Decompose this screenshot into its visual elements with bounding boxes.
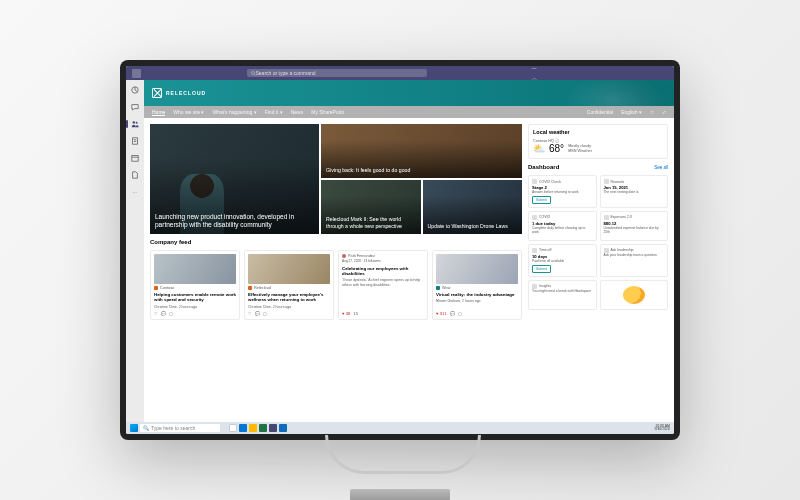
task-view-icon[interactable] bbox=[229, 424, 237, 432]
feed-card[interactable]: Relecloud Effectively manage your employ… bbox=[244, 250, 334, 320]
yammer-icon[interactable] bbox=[279, 424, 287, 432]
dash-card-expenses[interactable]: Expenses 2.0 $80.12 Unsubmitted expense … bbox=[600, 211, 669, 241]
company-feed: Contoso Helping customers enable remote … bbox=[150, 250, 522, 320]
feed-thumb bbox=[436, 254, 518, 284]
logo-icon bbox=[152, 88, 162, 98]
hero-t3-title: Relecloud Mark II: See the world through… bbox=[326, 216, 415, 229]
rail-chat[interactable] bbox=[129, 101, 141, 113]
svg-point-4 bbox=[136, 122, 138, 124]
start-button[interactable] bbox=[130, 424, 138, 432]
hero-grid: Launching new product innovation, develo… bbox=[150, 124, 522, 234]
site-header: RELECLOUD bbox=[144, 80, 674, 106]
clock-date: 9/30/2020 bbox=[654, 428, 670, 432]
expand-icon[interactable]: ⤢ bbox=[662, 109, 666, 115]
hero-tile-3[interactable]: Relecloud Mark II: See the world through… bbox=[321, 180, 420, 234]
weather-panel: Local weather Contoso HQ ⓘ ⛅ 68° Mostly … bbox=[528, 124, 668, 159]
dash-card-timeoff[interactable]: Time off 10 days Paid time off available… bbox=[528, 244, 597, 277]
feed-thumb bbox=[154, 254, 236, 284]
like-count[interactable]: ♥ 311 bbox=[436, 311, 447, 316]
dash-cap: Insights bbox=[539, 284, 551, 288]
hero-tile-main[interactable]: Launching new product innovation, develo… bbox=[150, 124, 319, 234]
feed-byline: Christine Cline, 2 hours ago bbox=[248, 305, 330, 309]
comment-icon[interactable]: 💬 bbox=[450, 311, 455, 316]
edge-icon[interactable] bbox=[239, 424, 247, 432]
nav-language[interactable]: English ▾ bbox=[621, 109, 642, 115]
dash-body: Paid time off available bbox=[532, 260, 593, 264]
comment-icon[interactable]: 💬 bbox=[255, 311, 260, 316]
weather-icon: ⛅ bbox=[533, 143, 545, 154]
hero-t2-title: Giving back: It feels good to do good bbox=[326, 167, 410, 174]
dash-submit-button[interactable]: Submit bbox=[532, 265, 551, 273]
feed-author: Patti Fernandez bbox=[348, 254, 375, 258]
teams-icon[interactable] bbox=[269, 424, 277, 432]
rail-activity[interactable] bbox=[129, 84, 141, 96]
feed-card[interactable]: Contoso Helping customers enable remote … bbox=[150, 250, 240, 320]
svg-rect-8 bbox=[132, 156, 138, 162]
app-icon bbox=[132, 69, 141, 78]
rail-calendar[interactable] bbox=[129, 152, 141, 164]
dash-card-daily[interactable]: COVID 1 due today Complete daily before … bbox=[528, 211, 597, 241]
dash-card-rewards[interactable]: Rewards Jan 15, 2021 The next vesting da… bbox=[600, 175, 669, 208]
weather-temp: 68° bbox=[549, 143, 564, 154]
bookmark-icon[interactable]: ▢ bbox=[169, 311, 173, 316]
search-placeholder: Search or type a command bbox=[256, 70, 316, 76]
feed-card-title: Helping customers enable remote work wit… bbox=[154, 292, 236, 303]
feed-card[interactable]: Wow Virtual reality: the industry advant… bbox=[432, 250, 522, 320]
rail-assignments[interactable] bbox=[129, 135, 141, 147]
like-icon[interactable]: ♡ bbox=[154, 311, 158, 316]
site-logo[interactable]: RELECLOUD bbox=[152, 88, 206, 98]
window-minimize[interactable]: — bbox=[528, 66, 540, 72]
device-stand bbox=[290, 435, 510, 495]
comment-icon[interactable]: 💬 bbox=[161, 311, 166, 316]
share-icon[interactable]: ☆ bbox=[650, 109, 654, 115]
feed-site: Wow bbox=[442, 286, 450, 290]
nav-news[interactable]: News bbox=[291, 109, 304, 115]
dash-body: You might need a break with Headspace bbox=[532, 290, 593, 294]
explorer-icon[interactable] bbox=[249, 424, 257, 432]
nav-sharepoint[interactable]: My SharePoint bbox=[311, 109, 344, 115]
headspace-icon bbox=[623, 286, 645, 304]
command-search[interactable]: Search or type a command bbox=[247, 69, 427, 77]
dashboard-see-all[interactable]: See all bbox=[654, 165, 668, 170]
dash-body: Ask your leadership team a question bbox=[604, 254, 665, 258]
feed-site: Relecloud bbox=[254, 286, 271, 290]
like-icon[interactable]: ♡ bbox=[248, 311, 252, 316]
feed-title: Company feed bbox=[150, 239, 191, 245]
nav-who[interactable]: Who we are ▾ bbox=[173, 109, 204, 115]
svg-point-0 bbox=[251, 71, 254, 74]
bookmark-icon[interactable]: ▢ bbox=[263, 311, 267, 316]
windows-taskbar: 🔍 Type here to search 10:00 AM 9/30/2020 bbox=[126, 422, 674, 434]
feed-date: Aug 27, 2020 · 13 followers bbox=[342, 260, 424, 264]
dash-card-leadership[interactable]: Ask leadership Ask your leadership team … bbox=[600, 244, 669, 277]
rail-more[interactable]: ··· bbox=[129, 186, 141, 198]
app-rail: ··· bbox=[126, 80, 144, 422]
comment-count[interactable]: 15 bbox=[353, 311, 358, 316]
dash-card-headspace[interactable] bbox=[600, 280, 669, 310]
nav-home[interactable]: Home bbox=[152, 109, 165, 116]
hero-tile-4[interactable]: Update to Washington Drone Laws bbox=[423, 180, 522, 234]
dash-cap: Time off bbox=[539, 248, 551, 252]
dash-card-covid[interactable]: COVID Check Stage 2 Answer before return… bbox=[528, 175, 597, 208]
feed-card[interactable]: Patti Fernandez Aug 27, 2020 · 13 follow… bbox=[338, 250, 428, 320]
rail-files[interactable] bbox=[129, 169, 141, 181]
feed-card-title: Celebrating our employees with disabilit… bbox=[342, 266, 424, 277]
bookmark-icon[interactable]: ▢ bbox=[458, 311, 462, 316]
excel-icon[interactable] bbox=[259, 424, 267, 432]
screen: Search or type a command — ▢ ✕ ··· bbox=[126, 66, 674, 434]
dashboard-title: Dashboard bbox=[528, 164, 559, 170]
site-nav: Home Who we are ▾ What's happening ▾ Fin… bbox=[144, 106, 674, 118]
hero-tile-2[interactable]: Giving back: It feels good to do good bbox=[321, 124, 522, 178]
rail-teams[interactable] bbox=[129, 118, 141, 130]
nav-happening[interactable]: What's happening ▾ bbox=[212, 109, 256, 115]
taskbar-search[interactable]: 🔍 Type here to search bbox=[140, 424, 220, 432]
nav-find[interactable]: Find it ▾ bbox=[265, 109, 283, 115]
dash-cap: Rewards bbox=[611, 180, 625, 184]
dash-submit-button[interactable]: Submit bbox=[532, 196, 551, 204]
svg-point-3 bbox=[133, 121, 135, 123]
system-tray[interactable]: 10:00 AM 9/30/2020 bbox=[654, 425, 670, 432]
like-count[interactable]: ♥ 38 bbox=[342, 311, 350, 316]
dash-body: Complete daily before showing up to work bbox=[532, 227, 593, 235]
dash-card-insights[interactable]: Insights You might need a break with Hea… bbox=[528, 280, 597, 310]
feed-site: Contoso bbox=[160, 286, 174, 290]
hero-main-title: Launching new product innovation, develo… bbox=[155, 213, 314, 229]
